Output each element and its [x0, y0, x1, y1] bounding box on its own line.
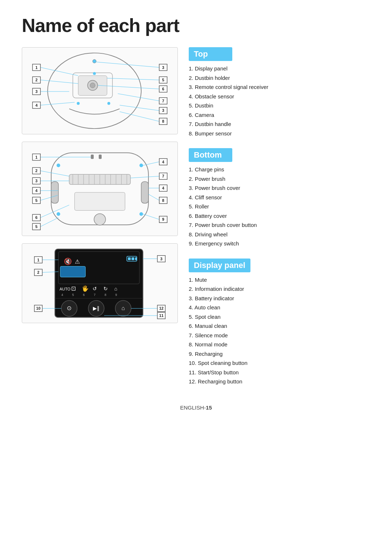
top-section: Top 1. Display panel 2. Dustbin holder 3…	[189, 47, 370, 138]
svg-text:2: 2	[37, 270, 40, 274]
svg-rect-61	[99, 155, 102, 159]
top-item-2: 2. Dustbin holder	[189, 73, 370, 83]
svg-line-95	[143, 214, 159, 219]
svg-text:⌂: ⌂	[122, 305, 125, 311]
svg-text:3: 3	[160, 257, 162, 261]
svg-text:3: 3	[35, 179, 37, 183]
bottom-diagram: 1 2 3 4 5 6	[22, 142, 178, 236]
bottom-item-9: 9. Emergency switch	[189, 239, 370, 248]
svg-text:12: 12	[159, 306, 163, 310]
svg-text:4: 4	[61, 293, 63, 297]
top-item-1: 1. Display panel	[189, 64, 370, 73]
svg-rect-105	[135, 257, 137, 260]
svg-text:2: 2	[35, 168, 37, 173]
display-header: Display panel	[189, 259, 250, 272]
svg-text:8: 8	[105, 293, 106, 297]
svg-text:11: 11	[159, 313, 163, 318]
svg-point-59	[139, 212, 143, 216]
display-list: 1. Mute 2. Information indicator 3. Batt…	[189, 275, 370, 386]
display-item-12: 12. Recharging button	[189, 377, 370, 386]
display-item-7: 7. Silence mode	[189, 331, 370, 340]
svg-text:7: 7	[162, 174, 164, 178]
top-item-3: 3. Remote control signal receiver	[189, 82, 370, 92]
display-diagram: 🔇 ⚠ AUTO ⊡ 🖐 ↺ ↻ ⌂ 4 5 6	[22, 243, 178, 323]
svg-text:7: 7	[162, 99, 164, 103]
svg-rect-104	[131, 257, 134, 260]
page-title: Name of each part	[22, 15, 370, 36]
svg-text:⊙: ⊙	[67, 305, 72, 311]
svg-text:⊡: ⊡	[71, 285, 76, 292]
display-item-1: 1. Mute	[189, 275, 370, 285]
svg-point-54	[94, 213, 106, 225]
svg-line-92	[148, 194, 159, 200]
main-layout: 1 2 3 4 3 5	[22, 47, 370, 390]
display-item-6: 6. Manual clean	[189, 321, 370, 331]
svg-text:5: 5	[35, 198, 37, 203]
display-item-8: 8. Normal mode	[189, 340, 370, 349]
diagrams-column: 1 2 3 4 3 5	[22, 47, 178, 390]
svg-text:2: 2	[35, 78, 37, 82]
svg-text:5: 5	[162, 78, 164, 82]
svg-text:5: 5	[35, 224, 37, 229]
svg-text:6: 6	[162, 87, 164, 91]
svg-line-9	[40, 68, 78, 76]
svg-text:1: 1	[35, 65, 37, 70]
svg-line-80	[40, 217, 58, 227]
svg-text:6: 6	[35, 215, 37, 220]
svg-line-27	[98, 85, 159, 89]
svg-text:8: 8	[162, 198, 164, 203]
bottom-item-6: 6. Battery cover	[189, 211, 370, 221]
display-item-3: 3. Battery indicator	[189, 294, 370, 303]
svg-point-56	[57, 164, 60, 167]
svg-text:▶‖: ▶‖	[93, 305, 99, 311]
display-item-10: 10. Spot cleaning button	[189, 358, 370, 368]
svg-point-6	[107, 102, 110, 105]
svg-text:1: 1	[37, 258, 40, 262]
svg-line-21	[96, 62, 159, 68]
svg-text:🖐: 🖐	[82, 285, 89, 292]
svg-line-36	[120, 112, 159, 122]
display-item-11: 11. Start/Stop button	[189, 368, 370, 377]
svg-text:AUTO: AUTO	[60, 287, 70, 291]
bottom-item-4: 4. Cliff sensor	[189, 193, 370, 202]
svg-rect-53	[141, 182, 148, 203]
svg-text:5: 5	[72, 293, 74, 297]
display-section: Display panel 1. Mute 2. Information ind…	[189, 259, 370, 386]
bottom-section: Bottom 1. Charge pins 2. Power brush 3. …	[189, 148, 370, 248]
svg-rect-52	[51, 182, 58, 203]
svg-text:6: 6	[83, 293, 85, 297]
footer: ENGLISH-15	[22, 404, 370, 411]
bottom-item-5: 5. Roller	[189, 202, 370, 211]
top-item-6: 6. Camera	[189, 110, 370, 120]
svg-point-4	[90, 83, 95, 88]
svg-point-8	[93, 60, 96, 63]
svg-text:8: 8	[162, 119, 164, 123]
svg-rect-60	[91, 155, 94, 159]
svg-text:3: 3	[162, 65, 164, 70]
bottom-list: 1. Charge pins 2. Power brush 3. Power b…	[189, 165, 370, 248]
top-item-4: 4. Obstacle sensor	[189, 92, 370, 101]
svg-text:4: 4	[35, 188, 37, 193]
bottom-item-2: 2. Power brush	[189, 174, 370, 184]
svg-text:9: 9	[162, 217, 164, 221]
svg-text:7: 7	[94, 293, 95, 297]
svg-point-7	[93, 72, 96, 75]
svg-text:10: 10	[36, 306, 40, 310]
footer-text: ENGLISH-	[180, 404, 206, 411]
top-item-5: 5. Dustbin	[189, 101, 370, 110]
top-list: 1. Display panel 2. Dustbin holder 3. Re…	[189, 64, 370, 138]
bottom-item-1: 1. Charge pins	[189, 165, 370, 174]
svg-text:9: 9	[115, 293, 117, 297]
display-item-5: 5. Spot clean	[189, 312, 370, 322]
top-item-7: 7. Dustbin handle	[189, 119, 370, 129]
svg-line-65	[40, 171, 69, 176]
svg-point-58	[57, 212, 60, 216]
svg-text:4: 4	[162, 160, 164, 164]
svg-text:↻: ↻	[103, 286, 108, 292]
svg-text:3: 3	[35, 89, 37, 94]
display-item-9: 9. Recharging	[189, 349, 370, 359]
display-item-2: 2. Information indicator	[189, 284, 370, 294]
svg-line-33	[120, 105, 159, 111]
svg-text:4: 4	[35, 103, 37, 107]
bottom-item-3: 3. Power brush cover	[189, 183, 370, 193]
